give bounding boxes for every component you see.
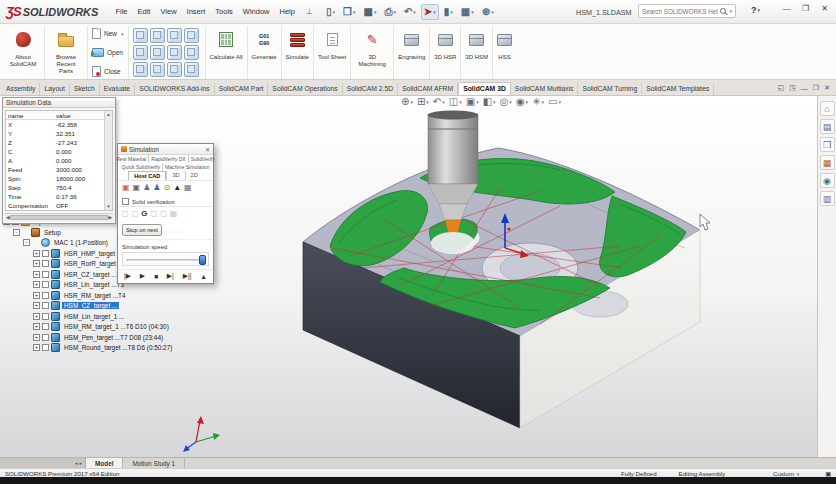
show-tool-icon[interactable]: ♟ [153, 183, 160, 193]
play-to-end-button[interactable]: ▶| [167, 272, 174, 280]
expand-toggle[interactable]: - [13, 229, 20, 236]
sim-mode-tab[interactable]: Machine Simulation [162, 163, 211, 171]
tree-item[interactable]: + HSM_RM_target_1 ...T6 D10 (04:30) [3, 322, 238, 333]
record-icon[interactable]: ◻ [122, 209, 129, 219]
operation-checkbox[interactable] [42, 344, 49, 351]
cam-cube-icon[interactable] [184, 62, 199, 77]
open-button[interactable]: Open [92, 48, 124, 57]
sim-mode-tab[interactable]: RapidVerify DX [148, 155, 188, 163]
scroll-down-icon[interactable]: ▼ [106, 204, 110, 209]
expand-toggle[interactable]: + [33, 313, 40, 320]
dropdown-caret-icon[interactable]: ▾ [393, 9, 396, 15]
section-view-icon[interactable]: ◫ ▾ [449, 96, 462, 107]
menu-item[interactable]: Help [275, 5, 300, 18]
view-tool-caret-icon[interactable]: ▾ [426, 99, 429, 105]
save-icon[interactable]: ▦ ▾ [360, 4, 379, 20]
about-solidcam-button[interactable]: About SolidCAM [2, 26, 45, 79]
expand-toggle[interactable]: + [33, 250, 40, 257]
command-tab[interactable]: Evaluate [100, 83, 135, 95]
tree-item[interactable]: + HSM_Pen_target ...T7 D08 (23:44) [3, 332, 238, 343]
next-operation-button[interactable]: ▶|| [183, 272, 192, 280]
hide-show-items-icon[interactable]: ◎ ▾ [500, 96, 512, 107]
units-selector[interactable]: Custom ▾ [773, 470, 799, 477]
dropdown-caret-icon[interactable]: ▾ [450, 9, 453, 15]
cam-cube-icon[interactable] [167, 45, 182, 60]
cam-cube-icon[interactable] [133, 45, 148, 60]
zoom-area-icon[interactable]: ⊞ ▾ [417, 96, 429, 107]
tree-item[interactable]: + HSM_Lin_target_1 ... [3, 311, 238, 322]
stock-model-icon[interactable]: ♟ [143, 183, 150, 193]
display-style-icon[interactable]: ◧ ▾ [483, 96, 496, 107]
expand-toggle[interactable]: + [33, 271, 40, 278]
motion-study-tab[interactable]: Motion Study 1 [123, 458, 185, 468]
new-button[interactable]: New ▾ [92, 28, 124, 39]
operation-checkbox[interactable] [42, 271, 49, 278]
close-icon[interactable]: ✕ [817, 4, 832, 13]
command-tab[interactable]: SolidCAM AFRM [398, 83, 458, 95]
dropdown-caret-icon[interactable]: ▾ [491, 9, 494, 15]
cam-cube-icon[interactable] [133, 28, 148, 43]
search-icon[interactable] [720, 8, 726, 14]
play-button[interactable]: ▶ [140, 272, 145, 280]
cam-cube-icon[interactable] [150, 62, 165, 77]
zoom-fit-icon[interactable]: ⊕ ▾ [401, 96, 413, 107]
solidworks-resources-home-icon[interactable]: ⌂ [820, 101, 835, 116]
cam-cube-icon[interactable] [184, 45, 199, 60]
slider-track[interactable] [126, 259, 205, 261]
tree-item[interactable]: + HSM_CZ_target ... [3, 301, 238, 312]
custom-properties-icon[interactable]: ▥ [820, 191, 835, 206]
sim-mode-tab[interactable]: Host CAD [128, 171, 166, 180]
solid-verification-option[interactable]: Solid verification [118, 195, 213, 206]
menu-item[interactable]: Edit [133, 5, 156, 18]
machine-view-icon[interactable]: ▣ [122, 183, 130, 193]
browse-recent-parts-button[interactable]: Browse Recent Parts [45, 26, 88, 79]
command-tab[interactable]: SolidCAM Multiaxis [511, 83, 579, 95]
apply-scene-icon[interactable]: ✳ ▾ [532, 96, 544, 107]
menu-item[interactable]: Tools [210, 5, 238, 18]
generate-button[interactable]: G01G90 Generate [248, 26, 282, 79]
operation-checkbox[interactable] [42, 313, 49, 320]
command-tab[interactable]: SOLIDWORKS Add-ins [135, 83, 215, 95]
open-document-icon[interactable]: ❒ ▾ [340, 4, 358, 20]
expand-toggle[interactable]: - [23, 239, 30, 246]
doc-minimize-icon[interactable]: — [801, 85, 808, 92]
tree-item[interactable]: + HSM_Round_target ...T8 D6 (0:50:27) [3, 343, 238, 354]
command-tab[interactable]: SolidCAM Turning [578, 83, 642, 95]
simulation-speed-slider[interactable] [122, 252, 209, 266]
options-gear-icon[interactable]: ⊛ ▾ [479, 4, 497, 20]
slider-handle[interactable] [199, 255, 206, 265]
cam-cube-icon[interactable] [150, 45, 165, 60]
scroll-up-icon[interactable]: ▲ [106, 112, 110, 117]
appearances-scenes-icon[interactable]: ◉ [820, 173, 835, 188]
search-box[interactable]: ▾ [638, 4, 736, 18]
3d-hsr-button[interactable]: 3D HSR [430, 26, 461, 79]
command-tab[interactable]: SolidCAM Part [215, 83, 269, 95]
scroll-left-icon[interactable]: ◀ [6, 215, 9, 220]
report-grid-icon[interactable]: ▦ [170, 209, 178, 219]
sim-mode-tab[interactable]: 3D [166, 171, 184, 180]
gcode-icon[interactable]: G [141, 209, 147, 219]
command-tab[interactable]: Sketch [70, 83, 100, 95]
menu-item[interactable]: Insert [182, 5, 211, 18]
calculate-all-button[interactable]: Calculate All [206, 26, 248, 79]
cam-cube-icon[interactable] [184, 28, 199, 43]
3d-hsm-button[interactable]: 3D HSM [461, 26, 493, 79]
marker-2-icon[interactable]: ◌ [173, 227, 177, 234]
dropdown-caret-icon[interactable]: ▾ [353, 9, 356, 15]
tree-item[interactable]: + HSR_RM_target ...T4 [3, 290, 238, 301]
previous-view-icon[interactable]: ↶ ▾ [433, 96, 445, 107]
operation-checkbox[interactable] [42, 281, 49, 288]
view-orientation-icon[interactable]: ▣ ▾ [466, 96, 479, 107]
command-tab[interactable]: Assembly [2, 83, 40, 95]
new-caret-icon[interactable]: ▾ [121, 31, 124, 37]
eject-button[interactable]: ▲ [200, 273, 207, 280]
dropdown-caret-icon[interactable]: ▾ [471, 9, 474, 15]
doc-restore-icon[interactable]: ❐ [813, 84, 819, 92]
scroll-right-icon[interactable]: ▶ [109, 215, 112, 220]
operation-checkbox[interactable] [42, 323, 49, 330]
cam-cube-icon[interactable] [167, 28, 182, 43]
command-tab[interactable]: SolidCAM Templates [642, 83, 714, 95]
menu-item[interactable]: Window [238, 5, 275, 18]
operation-checkbox[interactable] [42, 260, 49, 267]
operation-checkbox[interactable] [42, 334, 49, 341]
